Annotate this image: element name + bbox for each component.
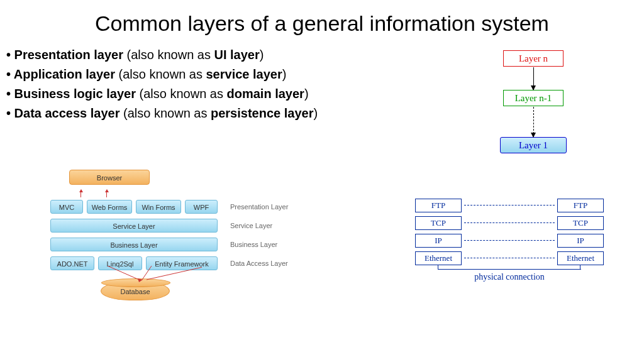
tcp-left-box: TCP (415, 216, 462, 230)
ftp-right-box: FTP (557, 199, 604, 212)
architecture-diagram: Browser MVC Web Forms Win Forms WPF Pres… (50, 170, 333, 300)
data-label: Data Access Layer (230, 260, 288, 267)
browser-box: Browser (69, 170, 150, 185)
service-box: Service Layer (50, 219, 218, 233)
stack-row: FTP FTP (415, 199, 604, 212)
presentation-layer-row: MVC Web Forms Win Forms WPF Presentation… (50, 200, 333, 214)
physical-connection-label: physical connection (415, 272, 604, 282)
wpf-box: WPF (185, 200, 218, 214)
ip-right-box: IP (557, 234, 604, 248)
svg-line-0 (108, 266, 139, 280)
adonet-box: ADO.NET (50, 256, 94, 270)
layer-n-box: Layer n (503, 50, 564, 67)
layers-diagram: Layer n Layer n-1 Layer 1 (477, 50, 590, 153)
network-stack-diagram: FTP FTP TCP TCP IP IP Ethernet Ethernet … (415, 199, 604, 282)
winforms-box: Win Forms (136, 200, 181, 214)
stack-row: IP IP (415, 234, 604, 248)
business-label: Business Layer (230, 241, 277, 248)
up-arrows (80, 190, 333, 199)
arrow-down-icon (533, 67, 534, 90)
dashed-link-icon (464, 205, 555, 206)
bullet-item: Presentation layer (also known as UI lay… (6, 45, 318, 65)
bullet-item: Data access layer (also known as persist… (6, 104, 318, 123)
tcp-right-box: TCP (557, 216, 604, 230)
eth-right-box: Ethernet (557, 251, 604, 265)
arrow-down-dashed-icon (533, 107, 534, 137)
service-layer-row: Service Layer Service Layer (50, 219, 333, 233)
mvc-box: MVC (50, 200, 83, 214)
dashed-link-icon (464, 240, 555, 241)
stack-row: TCP TCP (415, 216, 604, 230)
arrow-diag-icon (108, 266, 164, 282)
eth-left-box: Ethernet (415, 251, 462, 265)
slide-title: Common layers of a general information s… (0, 0, 644, 36)
service-label: Service Layer (230, 222, 272, 229)
svg-marker-3 (138, 278, 143, 282)
dashed-link-icon (464, 258, 555, 258)
presentation-label: Presentation Layer (230, 203, 288, 211)
svg-line-2 (147, 266, 202, 280)
business-box: Business Layer (50, 238, 218, 251)
ip-left-box: IP (415, 234, 462, 248)
bullet-list: Presentation layer (also known as UI lay… (6, 45, 318, 123)
layer-n-1-box: Layer n-1 (503, 90, 564, 106)
physical-link-line (438, 269, 581, 270)
layer-1-box: Layer 1 (500, 137, 567, 153)
database-box: Database (101, 282, 170, 300)
business-layer-row: Business Layer Business Layer (50, 238, 333, 251)
webforms-box: Web Forms (87, 200, 132, 214)
dashed-link-icon (464, 222, 555, 223)
stack-row: Ethernet Ethernet (415, 251, 604, 265)
bullet-item: Business logic layer (also known as doma… (6, 84, 318, 104)
bullet-item: Application layer (also known as service… (6, 65, 318, 84)
ftp-left-box: FTP (415, 199, 462, 212)
svg-line-1 (142, 266, 152, 280)
